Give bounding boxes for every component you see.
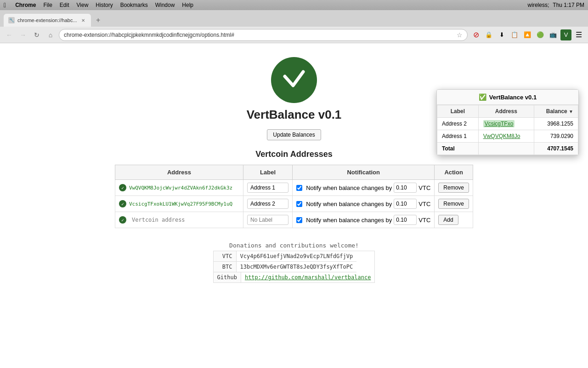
menu-edit[interactable]: Edit bbox=[60, 2, 69, 8]
notification-checkbox-1[interactable] bbox=[296, 185, 302, 191]
popup-address-link-1[interactable]: VcsicgTFxo bbox=[483, 120, 515, 127]
label-cell-new bbox=[243, 212, 293, 228]
toolbar-ext3[interactable]: 📋 bbox=[509, 29, 520, 40]
action-cell-2: Remove bbox=[435, 196, 473, 212]
vertbalance-popup: ✅ VertBalance v0.1 Label Address Balance… bbox=[436, 89, 579, 155]
popup-label-2: Address 1 bbox=[437, 130, 479, 143]
address-cell-1: ✓ VwQVQKM8JojcWvjwr4dZVAkn6fJ2dkGk3z bbox=[115, 180, 243, 196]
popup-total-row: Total 4707.1545 bbox=[437, 143, 578, 155]
donation-section: Donations and contributions welcome! VTC… bbox=[213, 242, 375, 283]
table-row: ✓ VwQVQKM8JojcWvjwr4dZVAkn6fJ2dkGk3z Not… bbox=[115, 180, 473, 196]
update-balances-button[interactable]: Update Balances bbox=[267, 129, 321, 140]
donation-label-github: Github bbox=[214, 272, 241, 282]
address-cell-new: ✓ bbox=[115, 212, 243, 228]
chrome-menu-button[interactable]: ☰ bbox=[573, 29, 584, 40]
donation-value-github[interactable]: http://github.com/marshall/vertbalance bbox=[241, 272, 375, 282]
popup-col-address: Address bbox=[478, 105, 534, 118]
notification-cell-1: Notify when balance changes by VTC bbox=[293, 180, 435, 196]
menu-view[interactable]: View bbox=[77, 2, 89, 8]
notification-cell-new: Notify when balance changes by VTC bbox=[293, 212, 435, 228]
remove-button-1[interactable]: Remove bbox=[438, 183, 469, 193]
popup-label-1: Address 2 bbox=[437, 118, 479, 130]
toolbar-ext5[interactable]: 🟢 bbox=[535, 29, 546, 40]
clock: Thu 1:17 PM bbox=[553, 2, 584, 8]
notification-text-new: Notify when balance changes by bbox=[306, 217, 392, 224]
notification-checkbox-new[interactable] bbox=[296, 217, 302, 223]
remove-button-2[interactable]: Remove bbox=[438, 199, 469, 209]
toolbar-ext4[interactable]: 🔼 bbox=[522, 29, 533, 40]
new-label-input[interactable] bbox=[247, 215, 288, 225]
new-address-input[interactable] bbox=[129, 215, 239, 224]
popup-header: ✅ VertBalance v0.1 bbox=[437, 90, 578, 105]
col-label: Label bbox=[243, 165, 293, 180]
col-action: Action bbox=[435, 165, 473, 180]
home-button[interactable]: ⌂ bbox=[45, 29, 56, 40]
menu-window[interactable]: Window bbox=[155, 2, 175, 8]
notification-value-new[interactable] bbox=[394, 215, 417, 225]
popup-table: Label Address Balance ▼ Address 2 Vcsicg… bbox=[437, 105, 578, 155]
toolbar-ext1[interactable]: 🔒 bbox=[483, 29, 494, 40]
label-input-2[interactable] bbox=[247, 199, 288, 209]
vertbalance-ext[interactable]: V bbox=[560, 29, 571, 40]
popup-total-balance: 4707.1545 bbox=[534, 143, 578, 155]
popup-balance-2: 739.0290 bbox=[534, 130, 578, 143]
active-tab[interactable]: 🔧 chrome-extension://habc... ✕ bbox=[4, 14, 91, 27]
menu-file[interactable]: File bbox=[43, 2, 52, 8]
sort-arrow-icon: ▼ bbox=[569, 109, 573, 114]
reload-button[interactable]: ↻ bbox=[31, 29, 42, 40]
page-title: VertBalance v0.1 bbox=[247, 108, 342, 122]
back-button[interactable]: ← bbox=[4, 29, 15, 40]
donation-label-btc: BTC bbox=[214, 262, 237, 272]
donation-value-btc: 13bcMDXMv6erGWT8T8sJeQDY3fsyXfToPC bbox=[237, 262, 357, 272]
notification-currency-2: VTC bbox=[418, 201, 430, 207]
new-tab-button[interactable]: + bbox=[92, 14, 105, 27]
toolbar-ext2[interactable]: ⬇ bbox=[496, 29, 507, 40]
donation-label-vtc: VTC bbox=[214, 251, 237, 262]
popup-address-link-2[interactable]: VwQVQKM8Jo bbox=[483, 133, 520, 139]
notification-checkbox-2[interactable] bbox=[296, 201, 302, 207]
extensions-icon[interactable]: ⊘ bbox=[470, 29, 481, 40]
tab-bar: 🔧 chrome-extension://habc... ✕ + bbox=[0, 10, 588, 27]
page-inner: VertBalance v0.1 Update Balances Vertcoi… bbox=[115, 52, 473, 359]
toolbar-ext6[interactable]: 📺 bbox=[548, 29, 559, 40]
menu-history[interactable]: History bbox=[96, 2, 113, 8]
notification-currency-new: VTC bbox=[418, 217, 430, 224]
check-icon-2: ✓ bbox=[119, 200, 126, 207]
table-row: ✓ Notify when balance changes by bbox=[115, 212, 473, 228]
tab-close-button[interactable]: ✕ bbox=[80, 17, 86, 23]
notification-value-2[interactable] bbox=[394, 199, 417, 209]
popup-address-2: VwQVQKM8Jo bbox=[478, 130, 534, 143]
url-bar[interactable]: chrome-extension://habcplcjpkekmnmkdjcod… bbox=[59, 29, 468, 41]
label-input-1[interactable] bbox=[247, 183, 288, 193]
bookmark-icon[interactable]: ☆ bbox=[457, 31, 463, 39]
popup-total-empty bbox=[478, 143, 534, 155]
notification-cell-2: Notify when balance changes by VTC bbox=[293, 196, 435, 212]
notification-value-1[interactable] bbox=[394, 183, 417, 193]
popup-balance-1: 3968.1255 bbox=[534, 118, 578, 130]
apple-logo-icon[interactable]:  bbox=[4, 1, 6, 9]
address-cell-2: ✓ VcsicgTFxokLU1WKjwVq27F95F9BCMy1uQ bbox=[115, 196, 243, 212]
section-title: Vertcoin Addresses bbox=[115, 150, 473, 159]
forward-button[interactable]: → bbox=[17, 29, 28, 40]
col-address: Address bbox=[115, 165, 243, 180]
table-row: ✓ VcsicgTFxokLU1WKjwVq27F95F9BCMy1uQ Not… bbox=[115, 196, 473, 212]
wifi-icon: wireless; bbox=[528, 2, 549, 8]
url-text: chrome-extension://habcplcjpkekmnmkdjcod… bbox=[64, 32, 454, 38]
menubar-right: wireless; Thu 1:17 PM bbox=[528, 2, 584, 8]
add-button[interactable]: Add bbox=[438, 215, 458, 225]
tab-favicon: 🔧 bbox=[8, 17, 15, 23]
check-icon-1: ✓ bbox=[119, 184, 126, 191]
check-icon-new: ✓ bbox=[119, 216, 126, 224]
menu-bookmarks[interactable]: Bookmarks bbox=[120, 2, 148, 8]
popup-row-1: Address 2 VcsicgTFxo 3968.1255 bbox=[437, 118, 578, 130]
menu-help[interactable]: Help bbox=[182, 2, 193, 8]
notification-currency-1: VTC bbox=[418, 184, 430, 191]
donation-title: Donations and contributions welcome! bbox=[213, 242, 375, 249]
logo-container bbox=[271, 57, 317, 103]
menu-chrome[interactable]: Chrome bbox=[15, 2, 36, 8]
donation-value-vtc: Vcy4p6F61uefjVNad2o9vEcp7LNfdGfjVp bbox=[237, 251, 357, 262]
page-content: VertBalance v0.1 Update Balances Vertcoi… bbox=[0, 43, 588, 368]
donation-table: VTC Vcy4p6F61uefjVNad2o9vEcp7LNfdGfjVp B… bbox=[213, 251, 375, 283]
notification-text-2: Notify when balance changes by bbox=[306, 201, 392, 207]
action-cell-1: Remove bbox=[435, 180, 473, 196]
